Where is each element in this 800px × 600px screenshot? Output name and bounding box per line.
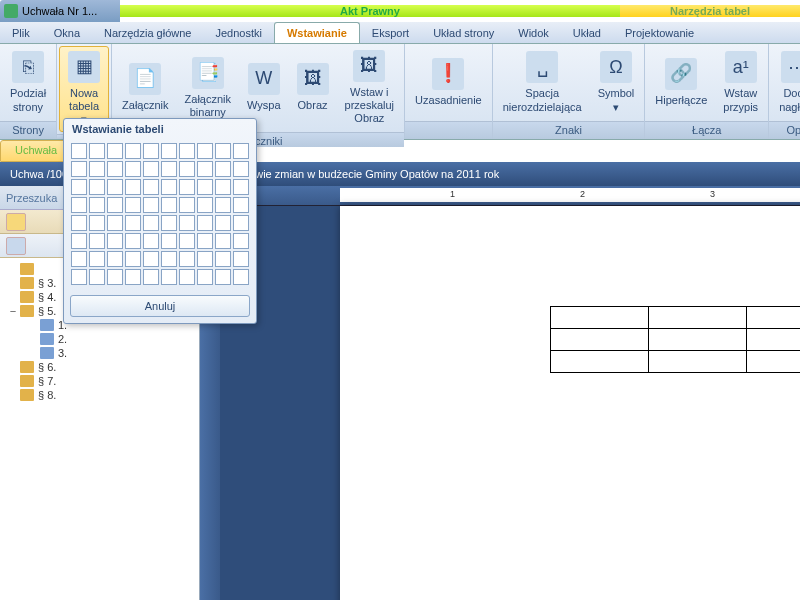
cancel-button[interactable]: Anuluj [70,295,250,317]
grid-cell[interactable] [233,251,249,267]
grid-cell[interactable] [179,215,195,231]
grid-cell[interactable] [125,269,141,285]
table-cell[interactable] [648,329,746,351]
grid-cell[interactable] [107,215,123,231]
grid-cell[interactable] [233,197,249,213]
ribbon-podział[interactable]: ⎘Podziałstrony [2,47,54,117]
grid-cell[interactable] [215,269,231,285]
grid-cell[interactable] [143,233,159,249]
grid-cell[interactable] [143,197,159,213]
grid-cell[interactable] [107,233,123,249]
grid-cell[interactable] [71,179,87,195]
grid-cell[interactable] [71,197,87,213]
grid-cell[interactable] [89,179,105,195]
grid-cell[interactable] [143,143,159,159]
grid-cell[interactable] [215,251,231,267]
grid-cell[interactable] [107,269,123,285]
grid-cell[interactable] [125,233,141,249]
grid-cell[interactable] [107,143,123,159]
grid-cell[interactable] [215,233,231,249]
table-cell[interactable] [648,351,746,373]
grid-cell[interactable] [107,161,123,177]
grid-cell[interactable] [161,143,177,159]
toolbar-icon[interactable] [6,213,26,231]
grid-cell[interactable] [179,161,195,177]
grid-cell[interactable] [215,197,231,213]
grid-cell[interactable] [71,251,87,267]
grid-cell[interactable] [89,161,105,177]
grid-cell[interactable] [125,197,141,213]
expand-icon[interactable]: − [8,305,18,317]
grid-cell[interactable] [143,179,159,195]
ribbon-spacja[interactable]: ␣Spacjanierozdzielająca [495,47,590,117]
table-cell[interactable] [746,351,800,373]
grid-cell[interactable] [143,161,159,177]
grid-cell[interactable] [71,215,87,231]
table-cell[interactable] [648,307,746,329]
grid-cell[interactable] [143,269,159,285]
table-cell[interactable] [551,329,649,351]
ribbon-hiperłącze[interactable]: 🔗Hiperłącze [647,54,715,111]
grid-cell[interactable] [161,251,177,267]
grid-cell[interactable] [179,143,195,159]
ribbon-wyspa[interactable]: WWyspa [239,59,289,116]
grid-cell[interactable] [161,233,177,249]
grid-cell[interactable] [197,269,213,285]
grid-cell[interactable] [125,161,141,177]
grid-cell[interactable] [233,269,249,285]
grid-cell[interactable] [197,161,213,177]
grid-cell[interactable] [179,269,195,285]
grid-cell[interactable] [125,215,141,231]
grid-cell[interactable] [107,251,123,267]
menu-plik[interactable]: Plik [0,22,42,43]
grid-cell[interactable] [71,161,87,177]
grid-cell[interactable] [215,143,231,159]
table-size-picker[interactable] [64,139,256,289]
grid-cell[interactable] [107,179,123,195]
grid-cell[interactable] [197,215,213,231]
grid-cell[interactable] [89,215,105,231]
grid-cell[interactable] [215,179,231,195]
menu-jednostki[interactable]: Jednostki [203,22,273,43]
grid-cell[interactable] [161,197,177,213]
menu-projektowanie[interactable]: Projektowanie [613,22,706,43]
grid-cell[interactable] [179,179,195,195]
grid-cell[interactable] [215,161,231,177]
grid-cell[interactable] [233,143,249,159]
grid-cell[interactable] [71,143,87,159]
table-cell[interactable] [746,329,800,351]
table-cell[interactable] [746,307,800,329]
grid-cell[interactable] [179,251,195,267]
grid-cell[interactable] [179,197,195,213]
grid-cell[interactable] [197,179,213,195]
grid-cell[interactable] [89,251,105,267]
ribbon-obraz[interactable]: 🖼Obraz [289,59,337,116]
menu-układ[interactable]: Układ [561,22,613,43]
menu-układ-strony[interactable]: Układ strony [421,22,506,43]
ruler-horizontal[interactable]: 1234 [200,186,800,206]
grid-cell[interactable] [125,251,141,267]
grid-cell[interactable] [143,215,159,231]
grid-cell[interactable] [71,269,87,285]
document-tab[interactable]: Uchwała [0,140,72,162]
grid-cell[interactable] [161,179,177,195]
menu-wstawianie[interactable]: Wstawianie [274,22,360,43]
table-cell[interactable] [551,351,649,373]
outline-item[interactable]: § 7. [2,374,197,388]
grid-cell[interactable] [161,269,177,285]
menu-widok[interactable]: Widok [506,22,561,43]
grid-cell[interactable] [143,251,159,267]
ribbon-symbol[interactable]: ΩSymbol▾ [590,47,643,117]
grid-cell[interactable] [197,197,213,213]
ribbon-załącznik[interactable]: 📑Załącznikbinarny [177,53,239,123]
document-page[interactable] [340,206,800,600]
outline-item[interactable]: 3. [2,346,197,360]
outline-item[interactable]: § 6. [2,360,197,374]
ribbon-wstaw-i[interactable]: 🖼Wstaw iprzeskaluj Obraz [337,46,403,130]
menu-narzędzia-główne[interactable]: Narzędzia główne [92,22,203,43]
grid-cell[interactable] [197,251,213,267]
ribbon-doda[interactable]: ⋯Dodanagłów [771,47,800,117]
grid-cell[interactable] [233,233,249,249]
menu-okna[interactable]: Okna [42,22,92,43]
grid-cell[interactable] [161,215,177,231]
